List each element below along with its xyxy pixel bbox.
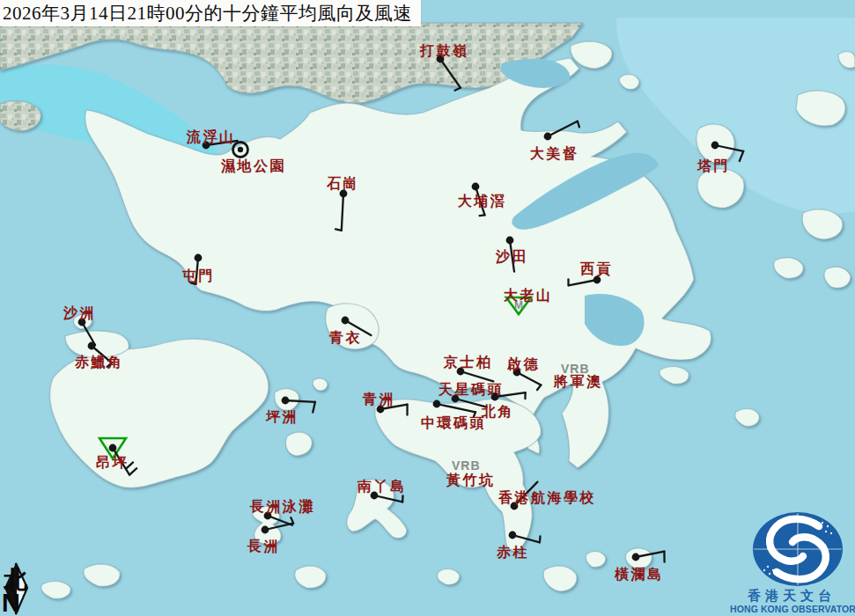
- wind-barb-feather-icon: [335, 229, 342, 231]
- title-bar: 2026年3月14日21時00分的十分鐘平均風向及風速: [0, 0, 421, 26]
- station-label: 大埔滘: [458, 193, 507, 209]
- station-label: 黃竹坑: [446, 473, 496, 488]
- station-dot-icon: [593, 276, 601, 284]
- ninepin-islet: [824, 267, 851, 288]
- station-dot-icon: [509, 532, 517, 539]
- station-dot-icon: [632, 554, 640, 561]
- station-dot-icon: [544, 133, 552, 141]
- station-label: 大老山: [504, 288, 553, 303]
- wind-barb-feather-icon: [480, 215, 485, 216]
- station-dot-icon: [195, 254, 203, 262]
- station-dot-icon: [472, 183, 480, 191]
- station-dot-icon: [109, 444, 117, 452]
- station-label: 大美督: [530, 145, 579, 161]
- hong-kong-map: 打鼓嶺流浮山濕地公園石崗大美督塔門大埔滘沙田屯門西貢M大老山沙洲赤鱲角青衣京士柏…: [0, 0, 855, 616]
- wind-barb-feather-icon: [540, 536, 541, 542]
- station-label: 塔門: [697, 158, 730, 173]
- station-label: 青洲: [362, 392, 395, 407]
- vrb-label: VRB: [452, 458, 481, 473]
- station-dot-icon: [506, 237, 514, 245]
- station-label: 赤鱲角: [74, 355, 124, 370]
- hko-name-english: HONG KONG OBSERVATORY: [730, 604, 853, 614]
- station-label: 濕地公園: [220, 158, 286, 174]
- beaufort-island: [586, 552, 606, 568]
- station-dot-icon: [282, 397, 290, 405]
- north-label-n: N: [2, 591, 37, 614]
- station-dot-icon: [262, 526, 269, 534]
- station-label: 長洲泳灘: [249, 498, 315, 514]
- station-dot-icon: [433, 400, 441, 408]
- station-dot-icon: [342, 317, 350, 325]
- station-label: 橫瀾島: [614, 567, 664, 582]
- station-label: 流浮山: [186, 128, 236, 144]
- station-label: 屯門: [181, 268, 215, 283]
- station-label: 西貢: [579, 261, 613, 277]
- station-label: 中環碼頭: [421, 415, 486, 431]
- station-label: 赤柱: [496, 545, 529, 560]
- station-label: 青衣: [328, 330, 362, 345]
- station-dot-icon: [88, 342, 96, 350]
- station-label: 長洲: [247, 539, 280, 554]
- wind-map-screen: 打鼓嶺流浮山濕地公園石崗大美督塔門大埔滘沙田屯門西貢M大老山沙洲赤鱲角青衣京士柏…: [0, 0, 855, 616]
- station-label: 沙洲: [63, 305, 96, 320]
- hei-ling-chau-island: [285, 432, 312, 456]
- station-label: 南丫島: [357, 479, 407, 494]
- north-indicator: 北 N: [2, 568, 37, 614]
- hko-logo-block: 香港天文台 HONG KONG OBSERVATORY: [730, 511, 853, 614]
- map-title: 2026年3月14日21時00分的十分鐘平均風向及風速: [3, 1, 412, 26]
- station-label: 昂坪: [96, 455, 129, 470]
- station-label: 京士柏: [443, 354, 493, 370]
- station-label: 石崗: [326, 176, 359, 191]
- hko-name-chinese: 香港天文台: [730, 589, 853, 604]
- station-dot-icon: [491, 393, 499, 401]
- station-label: 將軍澳: [553, 374, 603, 389]
- station-label: 香港航海學校: [498, 489, 596, 505]
- station-label: 啟德: [506, 356, 540, 371]
- calm-wind-center-icon: [238, 147, 243, 152]
- station-label: 坪洲: [265, 409, 299, 424]
- station-label: 打鼓嶺: [419, 43, 469, 58]
- station-label: 沙田: [495, 249, 528, 264]
- station-dot-icon: [711, 142, 719, 150]
